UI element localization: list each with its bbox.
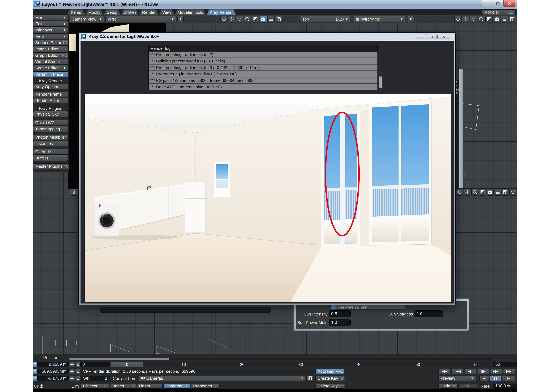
step-back-button[interactable]: ◀|| [464, 369, 476, 374]
modeler-button[interactable]: Modeler F12 [482, 9, 515, 15]
sidebar-item-buffers[interactable]: Buffers [33, 155, 68, 161]
sidebar-item-windows[interactable]: Windows▼ [33, 27, 68, 33]
tab-utilities[interactable]: Utilities [121, 9, 139, 15]
save-icon[interactable] [509, 16, 516, 22]
y-envelope-button[interactable]: E [75, 369, 80, 374]
rotate-icon[interactable] [470, 16, 477, 22]
maximize-viewport-icon[interactable] [485, 16, 493, 22]
close-button[interactable]: ✕ [504, 0, 515, 7]
minimize-button[interactable]: – [482, 0, 492, 7]
sun-softness-field[interactable]: 1.0 [415, 310, 443, 317]
kray-close-button[interactable]: ✕ [438, 34, 450, 39]
z-envelope-button[interactable]: E [75, 376, 80, 381]
timeline-scrollbar-thumb[interactable] [69, 358, 169, 360]
camera-view-dropdown[interactable]: Camera View ▼ [70, 16, 104, 22]
save-icon[interactable] [275, 16, 282, 22]
sidebar-item-parent-in-place[interactable]: Parent in Place [33, 71, 68, 77]
tab-render[interactable]: Render [139, 9, 159, 15]
go-to-end-button[interactable]: ▶▶| [503, 369, 515, 374]
camera-icon[interactable] [487, 189, 494, 196]
sidebar-item-master-plugins[interactable]: Master Plugins^Q [33, 164, 68, 169]
objects-button[interactable]: Objects+O [81, 384, 110, 389]
x-stepper[interactable]: ◀▶ [69, 362, 75, 367]
current-item-dropdown[interactable]: Camera2 ▼ [139, 376, 306, 381]
bottom-viewport-view-button-fragment[interactable]: B [70, 189, 79, 196]
sun-power-mult-field[interactable]: 1.0 [329, 319, 351, 326]
lights-button[interactable]: Lights+L [137, 384, 163, 389]
cameras-button[interactable]: Cameras+C [163, 384, 190, 389]
viewport-options-dropdown[interactable]: ▼ [177, 16, 183, 22]
properties-button[interactable]: Propertiesp [191, 384, 219, 389]
sidebar-item-quicklwf[interactable]: QuickLWF [33, 120, 68, 126]
y-stepper[interactable]: ◀▶ [69, 369, 75, 374]
sidebar-item-photon-multiplier[interactable]: Photon Multiplier [33, 134, 68, 140]
z-stepper[interactable]: ◀▶ [69, 376, 75, 381]
kray-maximize-button[interactable]: ▢ [426, 34, 437, 39]
sun-intensity-field[interactable]: 0.5 [329, 310, 351, 317]
sidebar-item-render-frame[interactable]: Render Frame [33, 91, 68, 97]
rotate-icon[interactable] [236, 16, 243, 22]
log-scrollbar-thumb[interactable] [379, 76, 383, 88]
bones-button[interactable]: Bones+B [110, 384, 136, 389]
sidebar-item-scene-editor[interactable]: Scene Editor▼ [33, 65, 68, 71]
tab-setup[interactable]: Setup [104, 9, 121, 15]
list-icon[interactable] [494, 189, 501, 196]
sidebar-item-graph-editor[interactable]: Graph Editor^F2 [33, 52, 68, 58]
create-key-button[interactable]: Create Keyret [315, 376, 344, 381]
move-icon[interactable] [464, 189, 471, 196]
position-y-field[interactable]: 689.9995mm [37, 369, 69, 374]
axis-z-tab[interactable]: Z [33, 376, 37, 381]
zoom-icon[interactable] [471, 189, 478, 196]
sidebar-item-instances[interactable]: Instances [33, 141, 68, 146]
tab-modify[interactable]: Modify [85, 9, 103, 15]
sidebar-item-virtual-studio[interactable]: Virtual Studio [33, 59, 68, 64]
item-list-toggle-button[interactable] [307, 376, 313, 381]
sidebar-item-surface-editor[interactable]: Surface EditorF5 [33, 40, 68, 45]
tab-view[interactable]: View [159, 9, 174, 15]
tab-kray-render[interactable]: Kray Render [206, 9, 236, 15]
use-physical-sun-toggle[interactable]: ▼ Use Physical Sun [331, 305, 405, 309]
end-frame-field[interactable]: 60 [493, 362, 517, 367]
position-x-field[interactable]: 9.2659 m [37, 362, 69, 367]
zoom-icon[interactable] [478, 16, 485, 22]
timeline-scrollbar[interactable] [69, 358, 492, 360]
position-z-field[interactable]: -6.1733 m [37, 376, 69, 381]
kray-minimize-button[interactable]: – [415, 34, 425, 39]
go-to-start-button[interactable]: |◀◀ [438, 369, 450, 374]
position-mode-label[interactable]: Position [33, 355, 69, 360]
maximize-button[interactable]: ▢ [493, 0, 503, 7]
axis-x-tab[interactable]: X [33, 362, 37, 367]
x-envelope-button[interactable]: E [75, 362, 80, 367]
delete-key-button[interactable]: Delete Keydel [315, 384, 344, 389]
renderer-dropdown[interactable]: VPR ▼ [105, 16, 176, 22]
move-icon[interactable] [462, 16, 469, 22]
sidebar-item-image-editor[interactable]: Image EditorF6 [33, 46, 68, 52]
sidebar-item-tonemapping[interactable]: Tonemapping [33, 126, 68, 132]
undo-button[interactable]: Undo^Z [438, 384, 457, 389]
redo-button[interactable]: Redo [459, 384, 477, 389]
viewport-options-dropdown[interactable]: ▼ [408, 16, 414, 22]
timeline-slider[interactable]: 0 10 20 30 40 50 60 [111, 362, 491, 367]
view-type-dropdown[interactable]: Top (XZ) ▼ [300, 16, 350, 22]
sidebar-item-render-anim[interactable]: Render Anim [33, 98, 68, 103]
preview-dropdown[interactable]: Preview▼ [438, 376, 476, 381]
camera-icon[interactable] [260, 16, 267, 22]
move-icon[interactable] [228, 16, 235, 22]
play-button[interactable]: ▶ [502, 376, 515, 381]
previous-key-button[interactable]: +◀◀ [451, 369, 463, 374]
play-reverse-button[interactable]: ◀ [479, 376, 489, 381]
list-icon[interactable] [267, 16, 275, 22]
tab-modeler-tools[interactable]: Modeler Tools [175, 9, 206, 15]
timeline-slider-handle[interactable]: 0 [111, 362, 143, 367]
target-icon[interactable] [220, 16, 228, 22]
pause-button[interactable]: ▮▮ [490, 376, 501, 381]
log-scrollbar[interactable] [378, 45, 383, 90]
sidebar-item-physical-sky[interactable]: Physical Sky [33, 111, 68, 117]
target-icon[interactable] [456, 189, 463, 196]
auto-key-button[interactable]: Auto Key+F1 [315, 369, 344, 374]
kray-title-bar[interactable]: L Kray 2.2 demo for LightWave 9.6+ – ▢ ✕ [80, 33, 455, 40]
sidebar-item-override[interactable]: Override [33, 149, 68, 155]
sidebar-item-edit[interactable]: Edit▼ [33, 21, 68, 27]
maximize-viewport-icon[interactable] [479, 189, 486, 196]
save-icon[interactable] [502, 189, 509, 196]
